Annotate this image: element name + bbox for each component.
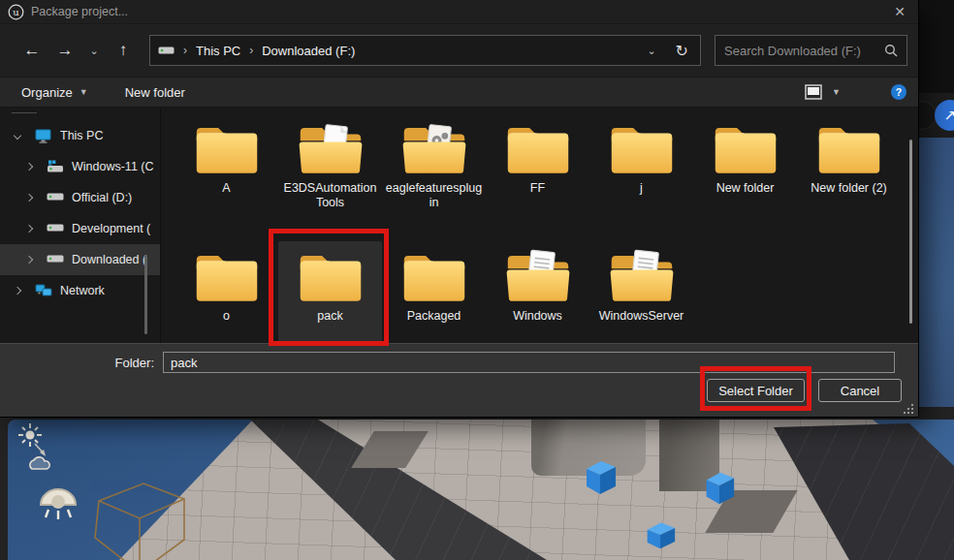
chevron-down-icon[interactable] bbox=[14, 132, 22, 140]
folder-icon bbox=[188, 116, 266, 178]
breadcrumb-item[interactable]: Downloaded (F:) bbox=[262, 44, 355, 58]
folder-icon bbox=[499, 244, 577, 306]
search-input[interactable] bbox=[724, 44, 884, 58]
folder-icon bbox=[396, 116, 473, 178]
folder-name: o bbox=[223, 309, 230, 324]
sky-atmosphere-icon[interactable] bbox=[27, 456, 52, 472]
blue-cube bbox=[643, 519, 678, 550]
up-button[interactable]: ↑ bbox=[107, 41, 140, 60]
chevron-right-icon[interactable] bbox=[25, 194, 34, 202]
search-box[interactable] bbox=[715, 35, 907, 66]
blue-cube bbox=[700, 470, 737, 507]
folder-name: j bbox=[640, 181, 643, 196]
editor-right-strip: ↗ bbox=[918, 0, 954, 417]
folder-icon bbox=[499, 116, 577, 178]
folder-icon bbox=[603, 244, 681, 306]
folder-item-eaglefeaturesplugin[interactable]: eaglefeaturesplugin bbox=[382, 113, 486, 226]
folder-item-j[interactable]: j bbox=[589, 113, 693, 226]
sidebar-item-label: Downloaded ( bbox=[72, 253, 146, 266]
forward-button[interactable]: → bbox=[48, 41, 81, 60]
sidebar-item-label: Development ( bbox=[72, 222, 150, 235]
dialog-titlebar[interactable]: u Package project... ✕ bbox=[0, 0, 918, 24]
search-icon bbox=[884, 44, 898, 57]
close-button[interactable]: ✕ bbox=[889, 2, 910, 21]
folder-name: New folder (2) bbox=[811, 181, 887, 196]
drive-icon bbox=[158, 45, 175, 56]
refresh-button[interactable]: ↻ bbox=[676, 42, 688, 60]
command-bar: Organize ▼ New folder ▼ ? bbox=[0, 78, 918, 108]
sidebar-item-windows-11-c[interactable]: Windows-11 (C bbox=[0, 151, 160, 182]
drive-icon bbox=[47, 253, 63, 267]
recent-locations-button[interactable]: ⌄ bbox=[81, 45, 107, 57]
folder-item-e3dsautomation-tools[interactable]: E3DSAutomation Tools bbox=[278, 113, 382, 226]
sidebar-item-this-pc[interactable]: This PC bbox=[0, 120, 160, 151]
sidebar-item-label: Network bbox=[60, 284, 105, 297]
chevron-right-icon[interactable] bbox=[25, 163, 34, 171]
file-list: AE3DSAutomation Toolseaglefeaturesplugin… bbox=[161, 108, 918, 343]
folder-item-ff[interactable]: FF bbox=[486, 113, 589, 226]
folder-item-new-folder[interactable]: New folder bbox=[693, 113, 797, 226]
new-folder-button[interactable]: New folder bbox=[125, 85, 185, 100]
chevron-right-icon[interactable] bbox=[25, 225, 34, 233]
dialog-title: Package project... bbox=[31, 5, 128, 18]
sidebar-item-label: This PC bbox=[60, 129, 103, 142]
resize-grip[interactable] bbox=[904, 404, 913, 414]
breadcrumb-item[interactable]: This PC bbox=[196, 44, 240, 58]
folder-item-a[interactable]: A bbox=[175, 113, 278, 226]
folder-item-pack[interactable]: pack bbox=[278, 241, 382, 354]
breadcrumb[interactable]: ›This PC›Downloaded (F:) ⌄ ↻ bbox=[149, 35, 701, 66]
folder-item-packaged[interactable]: Packaged bbox=[382, 241, 486, 354]
address-dropdown-button[interactable]: ⌄ bbox=[647, 45, 655, 57]
sidebar: This PCWindows-11 (COfficial (D:)Develop… bbox=[0, 108, 161, 343]
sidebar-item-downloaded[interactable]: Downloaded ( bbox=[0, 244, 160, 275]
directional-light-icon[interactable] bbox=[16, 422, 50, 461]
screen: ↗ bbox=[0, 0, 954, 560]
view-mode-icon[interactable] bbox=[805, 84, 822, 100]
network-icon bbox=[35, 284, 51, 298]
sidebar-item-development[interactable]: Development ( bbox=[0, 213, 160, 244]
folder-item-windows[interactable]: Windows bbox=[486, 241, 589, 354]
folder-icon bbox=[707, 116, 784, 178]
selection-wireframe-cube bbox=[66, 480, 188, 560]
files-scrollbar[interactable] bbox=[909, 140, 912, 324]
folder-icon bbox=[811, 116, 888, 178]
dialog-footer: Folder: Select Folder Cancel bbox=[0, 343, 918, 417]
organize-button[interactable]: Organize ▼ bbox=[21, 85, 88, 100]
blue-cube bbox=[580, 458, 619, 497]
folder-item-o[interactable]: o bbox=[175, 241, 278, 354]
sidebar-item-network[interactable]: Network bbox=[0, 275, 160, 306]
folder-name-input[interactable] bbox=[163, 352, 895, 373]
sidebar-scrollbar[interactable] bbox=[144, 255, 147, 334]
folder-name: Packaged bbox=[407, 309, 461, 324]
view-dropdown-button[interactable]: ▼ bbox=[832, 87, 841, 97]
sidebar-item-official-d[interactable]: Official (D:) bbox=[0, 182, 160, 213]
svg-text:u: u bbox=[13, 7, 19, 17]
select-folder-button[interactable]: Select Folder bbox=[707, 379, 805, 402]
unreal-logo: u bbox=[8, 4, 24, 20]
back-button[interactable]: ← bbox=[16, 41, 48, 60]
editor-viewport[interactable] bbox=[0, 407, 954, 560]
launch-arrow-button[interactable]: ↗ bbox=[935, 100, 954, 131]
folder-icon bbox=[396, 244, 473, 306]
chevron-down-icon: ▼ bbox=[80, 87, 88, 97]
folder-icon bbox=[292, 244, 369, 306]
folder-name: FF bbox=[530, 181, 545, 196]
sidebar-item-label: Official (D:) bbox=[72, 191, 132, 204]
folder-name: New folder bbox=[716, 181, 775, 196]
folder-icon bbox=[603, 116, 681, 178]
chevron-right-icon[interactable] bbox=[25, 256, 34, 264]
chevron-right-icon[interactable] bbox=[14, 287, 22, 296]
folder-name: pack bbox=[317, 309, 342, 324]
cancel-button[interactable]: Cancel bbox=[818, 379, 902, 402]
help-button[interactable]: ? bbox=[891, 84, 906, 100]
breadcrumb-separator: › bbox=[249, 44, 253, 57]
folder-icon bbox=[188, 244, 266, 306]
sidebar-item-label: Windows-11 (C bbox=[72, 160, 154, 173]
folder-item-new-folder-2[interactable]: New folder (2) bbox=[797, 113, 901, 226]
folder-item-windowsserver[interactable]: WindowsServer bbox=[589, 241, 693, 354]
folder-name: Windows bbox=[513, 309, 562, 324]
drive-icon bbox=[47, 191, 63, 205]
dialog-content: This PCWindows-11 (COfficial (D:)Develop… bbox=[0, 108, 918, 343]
arrow-up-right-icon: ↗ bbox=[944, 107, 954, 124]
folder-name: eaglefeaturesplugin bbox=[385, 181, 484, 210]
